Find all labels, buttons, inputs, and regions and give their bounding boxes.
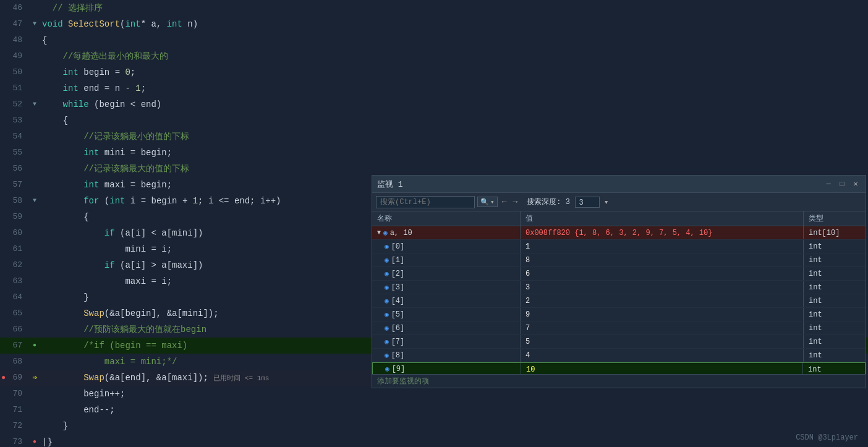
watch-header: 名称 值 类型: [372, 211, 866, 226]
line-marker-46: [30, 0, 40, 16]
code-line-51: 51 int end = n - 1;: [0, 80, 868, 96]
watch-name-6: ◉ [6]: [372, 321, 521, 334]
expand-icon-a10[interactable]: ▼: [377, 226, 381, 239]
watch-row-3[interactable]: ◉ [3] 3 int: [372, 281, 866, 294]
line-content-54: //记录该躺最小的值的下标: [40, 129, 868, 145]
line-marker-48: [30, 32, 40, 48]
watch-val-4: 2: [521, 294, 804, 307]
watch-row-5[interactable]: ◉ [5] 9 int: [372, 308, 866, 321]
watch-val-3: 3: [521, 281, 804, 294]
line-number-48: 48: [0, 32, 30, 48]
csdn-watermark: CSDN @3Lplayer: [796, 433, 858, 442]
line-marker-57: [30, 177, 40, 193]
watch-type-a10: int[10]: [804, 226, 866, 239]
watch-val-5: 9: [521, 308, 804, 321]
watch-footer: 添加要监视的项: [372, 374, 866, 388]
var-icon-3: ◉: [385, 281, 389, 294]
line-number-64: 64: [0, 289, 30, 305]
var-icon-2: ◉: [385, 267, 389, 280]
watch-val-1: 8: [521, 253, 804, 266]
var-icon-1: ◉: [385, 253, 389, 266]
var-icon-8: ◉: [385, 349, 389, 362]
line-marker-69: ⇒: [30, 370, 40, 386]
watch-window: 监视 1 — □ ✕ 🔍 ▾ ← → 搜索深度: 3 ▾ 名称 值 类型 ▼ ◉: [372, 175, 866, 388]
line-marker-47: ▼: [30, 16, 40, 32]
watch-val-9: 10: [521, 363, 803, 374]
line-marker-66: [30, 321, 40, 338]
watch-row-2[interactable]: ◉ [2] 6 int: [372, 267, 866, 281]
line-number-58: 58: [0, 193, 30, 209]
watch-type-4: int: [804, 294, 866, 307]
line-content-53: {: [40, 113, 868, 129]
close-button[interactable]: ✕: [851, 179, 861, 189]
line-marker-54: [30, 129, 40, 145]
watch-type-2: int: [804, 267, 866, 280]
search-icon: 🔍: [480, 198, 489, 206]
code-line-49: 49 //每趟选出最小的和最大的: [0, 48, 868, 64]
col-header-type: 类型: [804, 211, 866, 226]
watch-row-8[interactable]: ◉ [8] 4 int: [372, 349, 866, 362]
dropdown-arrow-icon: ▾: [490, 198, 495, 206]
watch-controls: — □ ✕: [823, 179, 861, 189]
watch-row-1[interactable]: ◉ [1] 8 int: [372, 253, 866, 267]
watch-type-6: int: [804, 321, 866, 334]
minimize-button[interactable]: —: [823, 179, 833, 189]
line-number-67: 67: [0, 338, 30, 354]
nav-forward-button[interactable]: →: [511, 197, 519, 206]
watch-type-9: int: [803, 363, 865, 374]
watch-row-0[interactable]: ◉ [0] 1 int: [372, 240, 866, 253]
watch-row-a10[interactable]: ▼ ◉ a, 10 0x008ff820 {1, 8, 6, 3, 2, 9, …: [372, 226, 866, 240]
line-number-71: 71: [0, 402, 30, 418]
line-marker-56: [30, 161, 40, 177]
code-line-47: 47 ▼ void SelectSort(int* a, int n): [0, 16, 868, 32]
watch-name-7: ◉ [7]: [372, 335, 521, 348]
line-content-50: int begin = 0;: [40, 64, 868, 80]
line-marker-70: [30, 386, 40, 402]
line-marker-61: [30, 241, 40, 257]
nav-back-button[interactable]: ←: [500, 197, 509, 206]
line-content-49: //每趟选出最小的和最大的: [40, 48, 868, 64]
watch-row-4[interactable]: ◉ [4] 2 int: [372, 294, 866, 308]
var-icon-7: ◉: [385, 335, 389, 348]
code-line-46: 46 // 选择排序: [0, 0, 868, 16]
code-line-71: 71 end--;: [0, 402, 868, 418]
line-marker-68: [30, 354, 40, 370]
code-line-55: 55 int mini = begin;: [0, 145, 868, 161]
line-marker-50: [30, 64, 40, 80]
line-number-50: 50: [0, 64, 30, 80]
code-line-72: 72 }: [0, 418, 868, 434]
line-content-51: int end = n - 1;: [40, 80, 868, 96]
maximize-button[interactable]: □: [837, 179, 847, 189]
watch-row-7[interactable]: ◉ [7] 5 int: [372, 335, 866, 349]
line-number-66: 66: [0, 321, 30, 338]
line-marker-53: [30, 113, 40, 129]
watch-name-4: ◉ [4]: [372, 294, 521, 307]
var-icon-9: ◉: [385, 363, 389, 374]
watch-type-5: int: [804, 308, 866, 321]
line-number-51: 51: [0, 80, 30, 96]
line-number-72: 72: [0, 418, 30, 434]
search-input[interactable]: [376, 196, 475, 208]
watch-val-8: 4: [521, 349, 804, 362]
var-icon-a10: ◉: [383, 226, 388, 239]
watch-name-a10: ▼ ◉ a, 10: [372, 226, 521, 239]
var-icon-5: ◉: [385, 308, 389, 321]
depth-dropdown-icon[interactable]: ▾: [602, 197, 611, 207]
var-icon-0: ◉: [385, 240, 389, 253]
watch-type-0: int: [804, 240, 866, 253]
watch-val-a10: 0x008ff820 {1, 8, 6, 3, 2, 9, 7, 5, 4, 1…: [521, 226, 804, 239]
search-icon-button[interactable]: 🔍 ▾: [477, 197, 498, 207]
watch-name-8: ◉ [8]: [372, 349, 521, 362]
watch-val-2: 6: [521, 267, 804, 280]
depth-input[interactable]: [575, 197, 600, 208]
line-marker-67: ●: [30, 338, 40, 354]
watch-name-9: ◉ [9]: [373, 363, 521, 374]
col-header-val: 值: [521, 211, 804, 226]
line-content-55: int mini = begin;: [40, 145, 868, 161]
watch-titlebar: 监视 1 — □ ✕: [372, 176, 866, 193]
line-number-63: 63: [0, 273, 30, 289]
watch-row-9[interactable]: ◉ [9] 10 int: [372, 362, 866, 374]
watch-type-1: int: [804, 253, 866, 266]
line-number-60: 60: [0, 225, 30, 241]
watch-row-6[interactable]: ◉ [6] 7 int: [372, 321, 866, 335]
